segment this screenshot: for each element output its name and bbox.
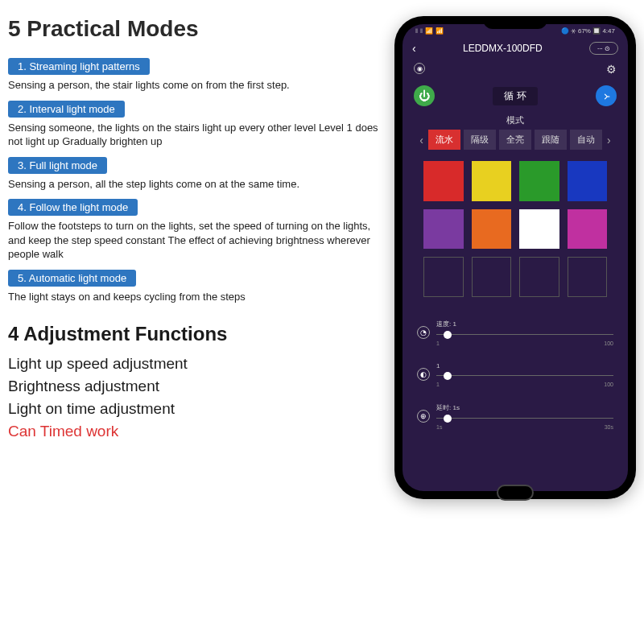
brightness-slider[interactable] bbox=[436, 371, 613, 381]
profile-icon[interactable]: ◉ bbox=[414, 63, 425, 74]
main-title: 5 Practical Modes bbox=[8, 16, 378, 42]
phone-notch bbox=[483, 16, 547, 29]
mode-1-label: 1. Streaming light patterns bbox=[8, 58, 150, 75]
mode-4: 4. Follow the light mode Follow the foot… bbox=[8, 192, 378, 262]
speed-min: 1 bbox=[436, 341, 440, 346]
control-row: ⏻ 循 环 ᚛ bbox=[402, 82, 628, 109]
tab-follow[interactable]: 跟随 bbox=[535, 130, 567, 150]
app-header: ‹ LEDDMX-100DFD ··· ⊙ bbox=[402, 37, 628, 60]
color-blue[interactable] bbox=[568, 161, 608, 201]
mode-4-desc: Follow the footsteps to turn on the ligh… bbox=[8, 219, 378, 262]
mode-1-desc: Sensing a person, the stair lights come … bbox=[8, 78, 378, 93]
func-red: Can Timed work bbox=[8, 423, 378, 440]
brightness-label: 1 bbox=[436, 362, 613, 369]
func-1: Light up speed adjustment bbox=[8, 355, 378, 373]
mode-4-label: 4. Follow the light mode bbox=[8, 199, 138, 216]
color-empty-4[interactable] bbox=[568, 257, 608, 297]
mode-5: 5. Automatic light mode The light stays … bbox=[8, 263, 378, 304]
mode-3-desc: Sensing a person, all the step lights co… bbox=[8, 177, 378, 192]
slider-section: ◔ 速度: 1 1 100 bbox=[402, 305, 628, 457]
color-magenta[interactable] bbox=[568, 209, 608, 250]
speed-label: 速度: 1 bbox=[436, 320, 613, 328]
device-title: LEDDMX-100DFD bbox=[463, 43, 543, 54]
tab-full[interactable]: 全亮 bbox=[499, 130, 531, 150]
phone-frame: ⫴ ⫴ 📶 📶 🔵 ⚹ 67% 🔲 4:47 ‹ LEDDMX-100DFD ·… bbox=[394, 16, 636, 499]
mode-5-label: 5. Automatic light mode bbox=[8, 270, 136, 287]
tab-auto[interactable]: 自动 bbox=[570, 130, 602, 150]
status-signal: ⫴ ⫴ 📶 📶 bbox=[415, 27, 444, 35]
settings-icon[interactable]: ⚙ bbox=[606, 63, 617, 76]
bluetooth-button[interactable]: ᚛ bbox=[596, 85, 617, 106]
power-button[interactable]: ⏻ bbox=[414, 85, 435, 106]
phone-home-button[interactable] bbox=[497, 485, 534, 501]
color-purple[interactable] bbox=[423, 209, 464, 250]
brightness-icon: ◐ bbox=[417, 368, 430, 381]
app-toolbar: ◉ ⚙ bbox=[402, 60, 628, 82]
brightness-slider-row: ◐ 1 1 100 bbox=[417, 354, 613, 395]
func-2: Brightness adjustment bbox=[8, 378, 378, 395]
tabs-next-arrow[interactable]: › bbox=[605, 134, 613, 147]
mode-5-desc: The light stays on and keeps cycling fro… bbox=[8, 290, 378, 304]
speed-slider[interactable] bbox=[436, 330, 613, 340]
mode-3-label: 3. Full light mode bbox=[8, 157, 107, 174]
delay-slider-row: ⊕ 延时: 1s 1s 30s bbox=[417, 395, 613, 438]
tab-streaming[interactable]: 流水 bbox=[428, 130, 460, 150]
delay-label: 延时: 1s bbox=[436, 403, 613, 412]
color-green[interactable] bbox=[519, 161, 559, 201]
sub-title: 4 Adjustment Functions bbox=[8, 323, 378, 345]
color-white[interactable] bbox=[519, 209, 559, 250]
menu-dots-button[interactable]: ··· ⊙ bbox=[589, 42, 618, 55]
cycle-tag[interactable]: 循 环 bbox=[493, 87, 537, 105]
mode-section-label: 模式 bbox=[402, 109, 628, 130]
func-3: Light on time adjustment bbox=[8, 400, 378, 418]
speed-slider-row: ◔ 速度: 1 1 100 bbox=[417, 312, 613, 354]
mode-1: 1. Streaming light patterns Sensing a pe… bbox=[8, 52, 378, 93]
mode-3: 3. Full light mode Sensing a person, all… bbox=[8, 151, 378, 192]
mode-tabs: ‹ 流水 隔级 全亮 跟随 自动 › bbox=[402, 130, 628, 150]
speed-icon: ◔ bbox=[417, 326, 430, 339]
color-red[interactable] bbox=[423, 161, 464, 201]
tab-interval[interactable]: 隔级 bbox=[464, 130, 496, 150]
color-grid bbox=[402, 150, 628, 305]
mode-2: 2. Interval light mode Sensing someone, … bbox=[8, 94, 378, 149]
color-yellow[interactable] bbox=[472, 161, 512, 201]
color-empty-3[interactable] bbox=[519, 257, 559, 297]
color-empty-2[interactable] bbox=[472, 257, 512, 297]
color-empty-1[interactable] bbox=[423, 257, 464, 297]
brightness-max: 100 bbox=[604, 382, 613, 387]
delay-max: 30s bbox=[605, 424, 613, 430]
delay-slider[interactable] bbox=[436, 414, 613, 423]
color-orange[interactable] bbox=[472, 209, 512, 250]
tabs-prev-arrow[interactable]: ‹ bbox=[418, 134, 425, 147]
phone-screen: ⫴ ⫴ 📶 📶 🔵 ⚹ 67% 🔲 4:47 ‹ LEDDMX-100DFD ·… bbox=[402, 24, 628, 491]
mode-2-desc: Sensing someone, the lights on the stair… bbox=[8, 121, 378, 149]
delay-min: 1s bbox=[436, 424, 442, 430]
status-battery: 🔵 ⚹ 67% 🔲 4:47 bbox=[561, 27, 615, 35]
mode-2-label: 2. Interval light mode bbox=[8, 101, 125, 118]
back-button[interactable]: ‹ bbox=[412, 42, 416, 55]
brightness-min: 1 bbox=[436, 382, 440, 387]
delay-icon: ⊕ bbox=[417, 410, 430, 423]
speed-max: 100 bbox=[604, 341, 613, 346]
